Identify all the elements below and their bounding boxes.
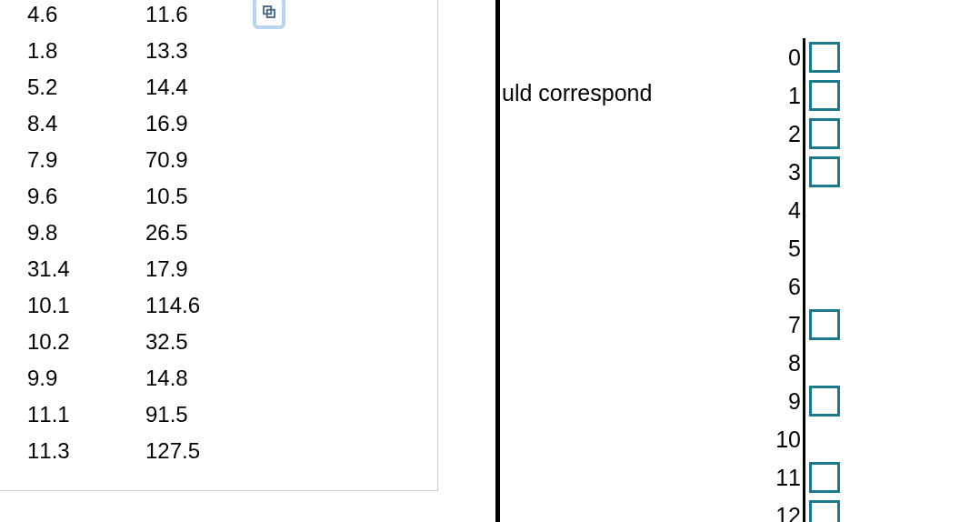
copy-icon: [261, 4, 277, 23]
answer-label: 4: [759, 197, 803, 224]
answer-box-10: [809, 424, 840, 455]
answer-label: 2: [759, 121, 803, 147]
answer-label: 10: [759, 427, 803, 453]
table-row: 10.1114.6: [27, 293, 437, 318]
cell: 32.5: [145, 329, 255, 355]
axis-line: [803, 267, 805, 306]
cell: 70.9: [145, 147, 255, 173]
answer-label: 9: [759, 388, 803, 415]
cell: 7.9: [27, 147, 145, 173]
table-row: 10.232.5: [27, 329, 437, 355]
answer-box-8: [809, 347, 840, 378]
answer-label: 3: [759, 159, 803, 186]
answer-label: 7: [759, 312, 803, 338]
table-row: 4.611.6: [27, 2, 437, 27]
cell: 10.1: [27, 293, 145, 318]
answer-row: 11: [759, 458, 840, 497]
answer-box-12[interactable]: [809, 500, 840, 522]
answer-box-6: [809, 271, 840, 302]
table-row: 9.610.5: [27, 184, 437, 209]
cell: 11.6: [145, 2, 255, 27]
answer-row: 4: [759, 191, 840, 229]
cell: 14.4: [145, 75, 255, 100]
cell: 26.5: [145, 220, 255, 246]
cell: 10.5: [145, 184, 255, 209]
cell: 31.4: [27, 256, 145, 282]
cell: 11.1: [27, 402, 145, 427]
table-row: 31.417.9: [27, 256, 437, 282]
table-row: 8.416.9: [27, 111, 437, 136]
answer-box-2[interactable]: [809, 118, 840, 149]
axis-line: [803, 420, 805, 458]
cell: 5.2: [27, 75, 145, 100]
cell: 16.9: [145, 111, 255, 136]
axis-line: [803, 229, 805, 267]
answer-row: 10: [759, 420, 840, 458]
cell: 1.8: [27, 38, 145, 64]
axis-line: [803, 115, 805, 153]
cell: 10.2: [27, 329, 145, 355]
answer-row: 3: [759, 153, 840, 191]
answer-box-0[interactable]: [809, 42, 840, 73]
cell: 9.9: [27, 366, 145, 391]
answer-row: 0: [759, 38, 840, 76]
axis-line: [803, 344, 805, 382]
axis-line: [803, 382, 805, 420]
cell: 9.8: [27, 220, 145, 246]
answer-label: 0: [759, 45, 803, 71]
cell: 9.6: [27, 184, 145, 209]
answer-box-4: [809, 195, 840, 226]
answer-box-3[interactable]: [809, 156, 840, 187]
answer-box-11[interactable]: [809, 462, 840, 493]
answer-label: 5: [759, 236, 803, 262]
table-row: 11.3127.5: [27, 438, 437, 464]
axis-line: [803, 306, 805, 344]
cell: 13.3: [145, 38, 255, 64]
axis-line: [803, 458, 805, 497]
instruction-fragment: uld correspond: [502, 80, 652, 106]
cell: 4.6: [27, 2, 145, 27]
table-row: 9.826.5: [27, 220, 437, 246]
table-row: 9.914.8: [27, 366, 437, 391]
table-row: 1.813.3: [27, 38, 437, 64]
copy-button[interactable]: [253, 0, 285, 29]
cell: 17.9: [145, 256, 255, 282]
cell: 14.8: [145, 366, 255, 391]
cell: 8.4: [27, 111, 145, 136]
answer-label: 8: [759, 350, 803, 376]
answer-row: 6: [759, 267, 840, 306]
answer-box-5: [809, 233, 840, 264]
cell: 11.3: [27, 438, 145, 464]
axis-line: [803, 153, 805, 191]
answer-column: 0 1 2 3 4 5 6 7 8 9 10 11 12: [759, 38, 840, 522]
vertical-divider: [495, 0, 500, 522]
answer-label: 12: [759, 503, 803, 523]
answer-row: 9: [759, 382, 840, 420]
answer-box-1[interactable]: [809, 80, 840, 111]
cell: 91.5: [145, 402, 255, 427]
answer-row: 2: [759, 115, 840, 153]
answer-row: 1: [759, 76, 840, 115]
axis-line: [803, 76, 805, 115]
answer-row: 12: [759, 497, 840, 522]
table-row: 7.970.9: [27, 147, 437, 173]
axis-line: [803, 38, 805, 76]
axis-line: [803, 191, 805, 229]
answer-label: 6: [759, 274, 803, 300]
cell: 114.6: [145, 293, 255, 318]
answer-box-9[interactable]: [809, 386, 840, 417]
cell: 127.5: [145, 438, 255, 464]
data-table-panel: 4.611.6 1.813.3 5.214.4 8.416.9 7.970.9 …: [0, 0, 438, 491]
answer-label: 1: [759, 83, 803, 109]
answer-row: 8: [759, 344, 840, 382]
data-table: 4.611.6 1.813.3 5.214.4 8.416.9 7.970.9 …: [0, 2, 437, 464]
answer-row: 5: [759, 229, 840, 267]
answer-box-7[interactable]: [809, 309, 840, 340]
table-row: 5.214.4: [27, 75, 437, 100]
table-row: 11.191.5: [27, 402, 437, 427]
answer-row: 7: [759, 306, 840, 344]
answer-label: 11: [759, 465, 803, 491]
axis-line: [803, 497, 805, 522]
